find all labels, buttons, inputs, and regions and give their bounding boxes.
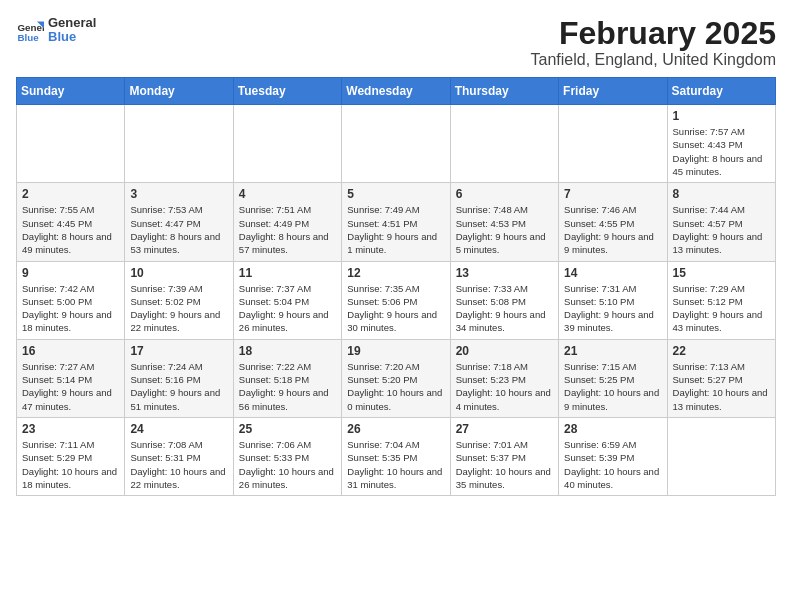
- day-info: Sunrise: 7:18 AM Sunset: 5:23 PM Dayligh…: [456, 360, 553, 413]
- day-number: 18: [239, 344, 336, 358]
- calendar-cell: 27Sunrise: 7:01 AM Sunset: 5:37 PM Dayli…: [450, 417, 558, 495]
- day-info: Sunrise: 7:57 AM Sunset: 4:43 PM Dayligh…: [673, 125, 770, 178]
- calendar-week-row: 1Sunrise: 7:57 AM Sunset: 4:43 PM Daylig…: [17, 105, 776, 183]
- day-number: 11: [239, 266, 336, 280]
- day-info: Sunrise: 7:55 AM Sunset: 4:45 PM Dayligh…: [22, 203, 119, 256]
- day-info: Sunrise: 7:46 AM Sunset: 4:55 PM Dayligh…: [564, 203, 661, 256]
- day-info: Sunrise: 7:48 AM Sunset: 4:53 PM Dayligh…: [456, 203, 553, 256]
- calendar-cell: 11Sunrise: 7:37 AM Sunset: 5:04 PM Dayli…: [233, 261, 341, 339]
- day-info: Sunrise: 7:08 AM Sunset: 5:31 PM Dayligh…: [130, 438, 227, 491]
- day-number: 2: [22, 187, 119, 201]
- day-number: 22: [673, 344, 770, 358]
- day-number: 8: [673, 187, 770, 201]
- calendar-cell: 22Sunrise: 7:13 AM Sunset: 5:27 PM Dayli…: [667, 339, 775, 417]
- weekday-header-sunday: Sunday: [17, 78, 125, 105]
- day-number: 7: [564, 187, 661, 201]
- day-number: 17: [130, 344, 227, 358]
- calendar-cell: 23Sunrise: 7:11 AM Sunset: 5:29 PM Dayli…: [17, 417, 125, 495]
- calendar-cell: 3Sunrise: 7:53 AM Sunset: 4:47 PM Daylig…: [125, 183, 233, 261]
- day-info: Sunrise: 7:27 AM Sunset: 5:14 PM Dayligh…: [22, 360, 119, 413]
- day-number: 9: [22, 266, 119, 280]
- day-info: Sunrise: 7:01 AM Sunset: 5:37 PM Dayligh…: [456, 438, 553, 491]
- calendar-week-row: 23Sunrise: 7:11 AM Sunset: 5:29 PM Dayli…: [17, 417, 776, 495]
- calendar-cell: [342, 105, 450, 183]
- day-number: 26: [347, 422, 444, 436]
- day-number: 14: [564, 266, 661, 280]
- logo-blue-text: Blue: [48, 30, 96, 44]
- calendar-cell: 26Sunrise: 7:04 AM Sunset: 5:35 PM Dayli…: [342, 417, 450, 495]
- calendar-table: SundayMondayTuesdayWednesdayThursdayFrid…: [16, 77, 776, 496]
- calendar-cell: 24Sunrise: 7:08 AM Sunset: 5:31 PM Dayli…: [125, 417, 233, 495]
- day-info: Sunrise: 7:37 AM Sunset: 5:04 PM Dayligh…: [239, 282, 336, 335]
- logo-general-text: General: [48, 16, 96, 30]
- day-info: Sunrise: 7:39 AM Sunset: 5:02 PM Dayligh…: [130, 282, 227, 335]
- calendar-cell: 4Sunrise: 7:51 AM Sunset: 4:49 PM Daylig…: [233, 183, 341, 261]
- calendar-cell: 19Sunrise: 7:20 AM Sunset: 5:20 PM Dayli…: [342, 339, 450, 417]
- day-number: 19: [347, 344, 444, 358]
- day-number: 25: [239, 422, 336, 436]
- day-info: Sunrise: 7:06 AM Sunset: 5:33 PM Dayligh…: [239, 438, 336, 491]
- calendar-cell: 12Sunrise: 7:35 AM Sunset: 5:06 PM Dayli…: [342, 261, 450, 339]
- calendar-cell: 8Sunrise: 7:44 AM Sunset: 4:57 PM Daylig…: [667, 183, 775, 261]
- day-number: 15: [673, 266, 770, 280]
- weekday-header-row: SundayMondayTuesdayWednesdayThursdayFrid…: [17, 78, 776, 105]
- day-number: 20: [456, 344, 553, 358]
- day-info: Sunrise: 7:51 AM Sunset: 4:49 PM Dayligh…: [239, 203, 336, 256]
- day-number: 12: [347, 266, 444, 280]
- day-info: Sunrise: 7:53 AM Sunset: 4:47 PM Dayligh…: [130, 203, 227, 256]
- calendar-cell: 28Sunrise: 6:59 AM Sunset: 5:39 PM Dayli…: [559, 417, 667, 495]
- day-info: Sunrise: 7:29 AM Sunset: 5:12 PM Dayligh…: [673, 282, 770, 335]
- calendar-cell: [450, 105, 558, 183]
- day-number: 5: [347, 187, 444, 201]
- weekday-header-friday: Friday: [559, 78, 667, 105]
- calendar-week-row: 16Sunrise: 7:27 AM Sunset: 5:14 PM Dayli…: [17, 339, 776, 417]
- day-info: Sunrise: 7:35 AM Sunset: 5:06 PM Dayligh…: [347, 282, 444, 335]
- calendar-cell: [233, 105, 341, 183]
- weekday-header-wednesday: Wednesday: [342, 78, 450, 105]
- day-number: 24: [130, 422, 227, 436]
- calendar-week-row: 2Sunrise: 7:55 AM Sunset: 4:45 PM Daylig…: [17, 183, 776, 261]
- calendar-cell: 16Sunrise: 7:27 AM Sunset: 5:14 PM Dayli…: [17, 339, 125, 417]
- calendar-cell: 14Sunrise: 7:31 AM Sunset: 5:10 PM Dayli…: [559, 261, 667, 339]
- calendar-cell: [17, 105, 125, 183]
- day-info: Sunrise: 7:24 AM Sunset: 5:16 PM Dayligh…: [130, 360, 227, 413]
- calendar-cell: 25Sunrise: 7:06 AM Sunset: 5:33 PM Dayli…: [233, 417, 341, 495]
- calendar-cell: 21Sunrise: 7:15 AM Sunset: 5:25 PM Dayli…: [559, 339, 667, 417]
- calendar-cell: 7Sunrise: 7:46 AM Sunset: 4:55 PM Daylig…: [559, 183, 667, 261]
- day-number: 13: [456, 266, 553, 280]
- calendar-cell: 17Sunrise: 7:24 AM Sunset: 5:16 PM Dayli…: [125, 339, 233, 417]
- day-number: 27: [456, 422, 553, 436]
- day-info: Sunrise: 7:20 AM Sunset: 5:20 PM Dayligh…: [347, 360, 444, 413]
- calendar-cell: 13Sunrise: 7:33 AM Sunset: 5:08 PM Dayli…: [450, 261, 558, 339]
- day-info: Sunrise: 7:31 AM Sunset: 5:10 PM Dayligh…: [564, 282, 661, 335]
- weekday-header-monday: Monday: [125, 78, 233, 105]
- day-info: Sunrise: 6:59 AM Sunset: 5:39 PM Dayligh…: [564, 438, 661, 491]
- svg-text:Blue: Blue: [17, 32, 39, 43]
- weekday-header-saturday: Saturday: [667, 78, 775, 105]
- month-title: February 2025: [531, 16, 777, 51]
- day-info: Sunrise: 7:42 AM Sunset: 5:00 PM Dayligh…: [22, 282, 119, 335]
- calendar-cell: 9Sunrise: 7:42 AM Sunset: 5:00 PM Daylig…: [17, 261, 125, 339]
- calendar-cell: [667, 417, 775, 495]
- day-number: 16: [22, 344, 119, 358]
- weekday-header-tuesday: Tuesday: [233, 78, 341, 105]
- day-info: Sunrise: 7:11 AM Sunset: 5:29 PM Dayligh…: [22, 438, 119, 491]
- calendar-cell: [559, 105, 667, 183]
- title-block: February 2025 Tanfield, England, United …: [531, 16, 777, 69]
- calendar-cell: 1Sunrise: 7:57 AM Sunset: 4:43 PM Daylig…: [667, 105, 775, 183]
- calendar-cell: 20Sunrise: 7:18 AM Sunset: 5:23 PM Dayli…: [450, 339, 558, 417]
- day-info: Sunrise: 7:15 AM Sunset: 5:25 PM Dayligh…: [564, 360, 661, 413]
- day-info: Sunrise: 7:44 AM Sunset: 4:57 PM Dayligh…: [673, 203, 770, 256]
- logo: General Blue General Blue: [16, 16, 96, 45]
- calendar-cell: 18Sunrise: 7:22 AM Sunset: 5:18 PM Dayli…: [233, 339, 341, 417]
- calendar-cell: 15Sunrise: 7:29 AM Sunset: 5:12 PM Dayli…: [667, 261, 775, 339]
- day-number: 4: [239, 187, 336, 201]
- day-number: 23: [22, 422, 119, 436]
- page-header: General Blue General Blue February 2025 …: [16, 16, 776, 69]
- calendar-cell: 5Sunrise: 7:49 AM Sunset: 4:51 PM Daylig…: [342, 183, 450, 261]
- day-number: 21: [564, 344, 661, 358]
- location-title: Tanfield, England, United Kingdom: [531, 51, 777, 69]
- day-number: 1: [673, 109, 770, 123]
- logo-icon: General Blue: [16, 16, 44, 44]
- day-info: Sunrise: 7:22 AM Sunset: 5:18 PM Dayligh…: [239, 360, 336, 413]
